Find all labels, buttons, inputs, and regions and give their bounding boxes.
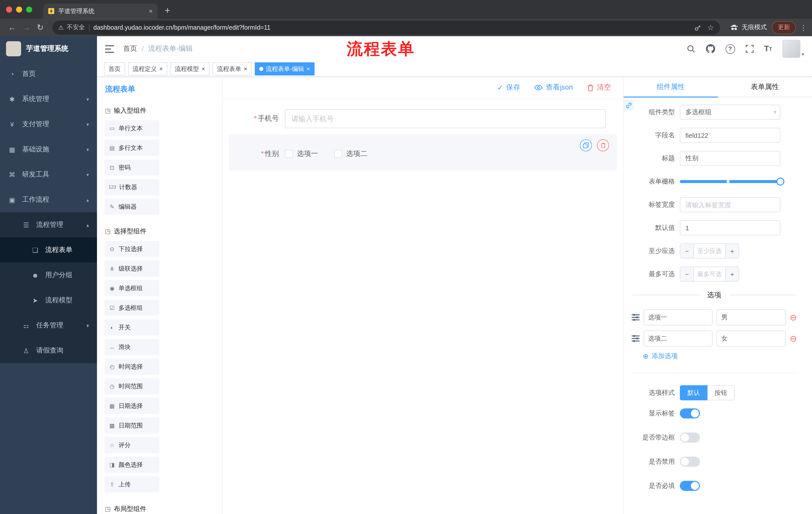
sidebar-item-leave-query[interactable]: ♙ 请假查询: [0, 338, 97, 363]
sidebar-logo[interactable]: 芋道管理系统: [0, 36, 97, 61]
sidebar-item-process-form[interactable]: ❏ 流程表单: [0, 237, 97, 263]
add-option-button[interactable]: ⊕ 添加选项: [643, 352, 804, 360]
remove-option-icon[interactable]: ⊖: [790, 313, 797, 322]
style-default-button[interactable]: 默认: [680, 385, 707, 400]
sidebar-item-payment[interactable]: ¥ 支付管理 ▾: [0, 112, 97, 137]
required-toggle[interactable]: [680, 481, 700, 491]
update-button[interactable]: 更新: [772, 21, 796, 34]
close-window-button[interactable]: [6, 6, 12, 12]
tag-home[interactable]: 首页: [104, 62, 125, 76]
style-button-button[interactable]: 按钮: [707, 385, 735, 400]
component-checkbox-group[interactable]: ☑多选框组: [105, 300, 159, 316]
decrease-icon[interactable]: −: [680, 244, 694, 258]
component-time-picker[interactable]: ◴时间选择: [105, 359, 159, 375]
disabled-toggle[interactable]: [680, 457, 700, 467]
view-json-button[interactable]: 查看json: [534, 83, 573, 92]
min-select-value[interactable]: 至少应选: [694, 244, 725, 258]
sidebar-item-process-management[interactable]: ☰ 流程管理 ▴: [0, 212, 97, 237]
sidebar-item-infra[interactable]: ▦ 基础设施 ▾: [0, 137, 97, 162]
component-single-line-text[interactable]: ▭单行文本: [105, 120, 159, 136]
font-size-icon[interactable]: TT: [764, 44, 772, 53]
option-name-input[interactable]: [644, 309, 713, 325]
component-cascader[interactable]: ⋔级联选择: [105, 261, 159, 277]
drag-handle-icon[interactable]: [632, 335, 640, 342]
component-editor[interactable]: ✎编辑器: [105, 199, 159, 215]
forward-icon[interactable]: →: [19, 21, 33, 34]
component-radio-group[interactable]: ◉单选框组: [105, 280, 159, 296]
remove-option-icon[interactable]: ⊖: [790, 334, 797, 343]
new-tab-button[interactable]: +: [165, 5, 170, 16]
component-type-select[interactable]: 多选框组: [680, 105, 780, 120]
tag-close-icon[interactable]: ×: [202, 65, 205, 73]
form-grid-slider[interactable]: [680, 174, 780, 189]
label-width-input[interactable]: [680, 197, 780, 212]
address-bar[interactable]: ⚠ 不安全 dashboard.yudao.iocoder.cn/bpm/man…: [52, 20, 720, 34]
sidebar-item-devtools[interactable]: ⌘ 研发工具 ▾: [0, 162, 97, 187]
phone-field[interactable]: *手机号: [229, 109, 617, 128]
max-select-value[interactable]: 最多可选: [694, 267, 725, 281]
maximize-window-button[interactable]: [26, 6, 32, 12]
tag-process-form[interactable]: 流程表单 ×: [212, 62, 252, 76]
browser-menu-icon[interactable]: ⋮: [800, 23, 807, 31]
component-multi-line-text[interactable]: ▤多行文本: [105, 140, 159, 156]
border-toggle[interactable]: [680, 433, 700, 442]
component-upload[interactable]: ⇧上传: [105, 476, 159, 492]
increase-icon[interactable]: +: [725, 267, 738, 281]
option-value-input[interactable]: [717, 330, 786, 347]
sidebar-item-system[interactable]: ✱ 系统管理 ▾: [0, 86, 97, 112]
save-button[interactable]: ✓ 保存: [497, 83, 520, 92]
key-icon[interactable]: [694, 24, 701, 31]
tab-component-props[interactable]: 组件属性: [624, 77, 718, 97]
clear-button[interactable]: 清空: [587, 83, 611, 92]
gender-field-selected[interactable]: *性别 选项一 选项二: [229, 134, 617, 170]
help-icon[interactable]: ?: [725, 44, 735, 54]
component-counter[interactable]: 123计数器: [105, 179, 159, 195]
title-input[interactable]: [680, 151, 780, 166]
checkbox-option-one[interactable]: 选项一: [285, 150, 318, 158]
tab-form-props[interactable]: 表单属性: [718, 77, 812, 97]
search-icon[interactable]: [687, 45, 695, 53]
tag-process-model[interactable]: 流程模型 ×: [170, 62, 209, 76]
fullscreen-icon[interactable]: [746, 45, 753, 53]
checkbox-option-two[interactable]: 选项二: [334, 150, 367, 158]
show-label-toggle[interactable]: [680, 408, 700, 418]
component-select[interactable]: ⊙下拉选择: [105, 241, 159, 257]
tag-process-definition[interactable]: 流程定义 ×: [128, 62, 167, 76]
component-switch[interactable]: ◐开关: [105, 319, 159, 335]
reload-icon[interactable]: ↻: [33, 21, 47, 34]
increase-icon[interactable]: +: [725, 244, 738, 258]
option-name-input[interactable]: [644, 330, 713, 347]
tag-process-form-edit[interactable]: 流程表单-编辑 ×: [255, 62, 315, 76]
breadcrumb-home[interactable]: 首页: [123, 44, 137, 53]
component-color-picker[interactable]: ◨颜色选择: [105, 457, 159, 473]
slider-handle[interactable]: [776, 178, 784, 186]
tab-close-icon[interactable]: ×: [149, 7, 153, 15]
browser-tab[interactable]: 芋道管理系统 ×: [43, 3, 158, 19]
default-value-input[interactable]: [680, 220, 780, 235]
hamburger-icon[interactable]: [105, 45, 114, 53]
copy-field-button[interactable]: [580, 139, 592, 152]
link-icon[interactable]: [624, 100, 634, 111]
avatar[interactable]: [783, 40, 801, 58]
sidebar-item-home[interactable]: ◔ 首页: [0, 61, 97, 86]
tag-close-icon[interactable]: ×: [159, 65, 163, 73]
delete-field-button[interactable]: [597, 139, 609, 152]
component-password[interactable]: ⊡密码: [105, 159, 159, 175]
bookmark-star-icon[interactable]: ☆: [707, 23, 714, 32]
sidebar-item-process-model[interactable]: ➤ 流程模型: [0, 288, 97, 313]
component-date-range[interactable]: ▩日期范围: [105, 417, 159, 434]
field-name-input[interactable]: [680, 128, 780, 143]
component-date-picker[interactable]: ▦日期选择: [105, 398, 159, 414]
component-rate[interactable]: ☆评分: [105, 437, 159, 453]
decrease-icon[interactable]: −: [680, 267, 694, 281]
drawing-board[interactable]: *手机号 *性别: [223, 99, 623, 514]
sidebar-item-workflow[interactable]: ▣ 工作流程 ▴: [0, 187, 97, 212]
tag-close-icon[interactable]: ×: [244, 65, 247, 73]
option-value-input[interactable]: [717, 309, 786, 325]
phone-input[interactable]: [285, 109, 606, 128]
security-chip[interactable]: ⚠ 不安全: [58, 23, 85, 32]
sidebar-item-user-group[interactable]: ☻ 用户分组: [0, 263, 97, 288]
slider-track[interactable]: [680, 180, 780, 183]
component-time-range[interactable]: ◷时间范围: [105, 378, 159, 394]
sidebar-item-task-management[interactable]: ⚏ 任务管理 ▾: [0, 313, 97, 338]
